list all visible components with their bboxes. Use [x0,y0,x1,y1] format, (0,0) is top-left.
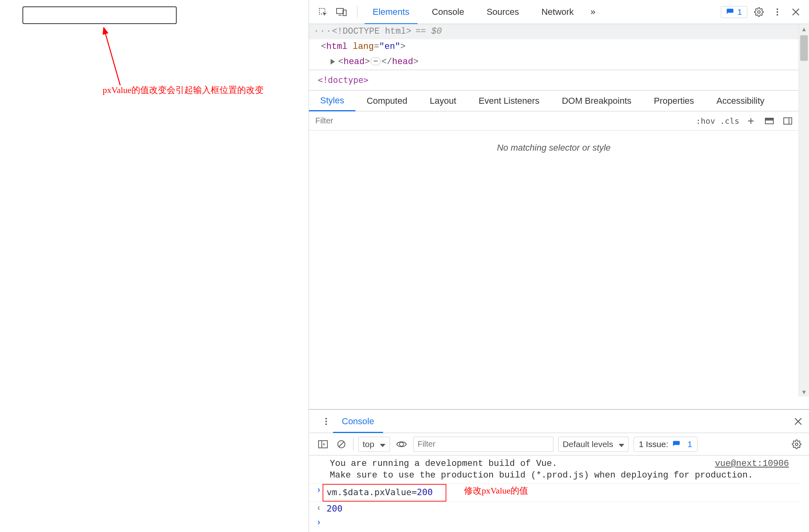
console-drawer: Console top Default l [309,409,809,532]
source-link[interactable]: vue@next:10906 [715,459,789,469]
highlighted-command: vm.$data.pxValue=200 [323,484,446,502]
svg-point-6 [777,8,778,10]
tabs-overflow[interactable]: » [585,0,601,24]
issue-count: 1 [688,439,692,449]
svg-rect-22 [319,441,327,448]
scrollbar-up-arrow-icon[interactable]: ▲ [799,24,809,34]
svg-point-7 [777,11,778,13]
svg-line-25 [339,441,344,447]
subtab-dombreakpoints[interactable]: DOM Breakpoints [551,91,643,111]
devtools-tabs: Elements Console Sources Network » [361,0,601,24]
devtools-panel: Elements Console Sources Network » 1 ···… [309,0,809,532]
demo-input-box[interactable] [22,6,177,24]
log-levels-selector[interactable]: Default levels [558,437,629,452]
subtab-properties[interactable]: Properties [643,91,705,111]
svg-point-18 [325,421,327,422]
tab-console[interactable]: Console [421,0,476,24]
annotation-modify: 修改pxValue的值 [464,484,528,498]
dropdown-triangle-icon [377,439,385,449]
console-input-row: › vm.$data.pxValue=200 修改pxValue的值 [309,484,801,502]
dom-line-html[interactable]: <html lang="en"> [309,39,799,54]
live-expression-icon[interactable] [395,437,408,451]
vertical-scrollbar[interactable]: ▲ ▼ [799,24,809,397]
close-drawer-icon[interactable] [791,415,805,428]
device-toggle-icon[interactable] [335,5,348,19]
settings-icon[interactable] [752,5,766,19]
separator [357,5,357,19]
dom-line-head[interactable]: <head>⋯</head> [309,54,799,70]
console-filter-input[interactable] [418,439,542,449]
drawer-menu-icon[interactable] [319,415,333,428]
console-settings-icon[interactable] [790,437,803,451]
toggle-sidebar-icon[interactable] [781,114,795,128]
issue-icon [672,440,680,448]
close-devtools-icon[interactable] [789,5,803,19]
console-toolbar: top Default levels 1 Issue: 1 [309,433,809,455]
tab-elements[interactable]: Elements [361,0,421,24]
styles-filter-input[interactable] [309,116,692,125]
console-sidebar-toggle-icon[interactable] [316,437,330,451]
svg-point-5 [758,10,760,13]
console-output-row: ‹ 200 [309,502,801,516]
output-value: 200 [327,502,343,516]
styles-pane: No matching selector or style [309,131,799,409]
new-style-rule-icon[interactable] [744,114,758,128]
clear-console-icon[interactable] [335,437,348,451]
input-caret-icon: › [316,518,327,528]
dom-tree: ···<!DOCTYPE html>== $0 <html lang="en">… [309,24,799,70]
execution-context-selector[interactable]: top [358,437,390,452]
dom-line-doctype[interactable]: ···<!DOCTYPE html>== $0 [309,24,799,39]
svg-rect-15 [784,118,792,124]
svg-point-19 [325,423,327,425]
expand-triangle-icon[interactable] [331,57,338,67]
svg-line-0 [104,29,120,85]
console-filter-box [413,437,553,452]
drawer-tab-console[interactable]: Console [333,410,383,433]
console-issues-badge[interactable]: 1 Issue: 1 [633,437,697,452]
svg-point-26 [399,442,403,446]
cls-toggle[interactable]: .cls [720,116,739,126]
svg-point-27 [795,443,798,445]
collapsed-ellipsis-icon[interactable]: ⋯ [371,57,381,65]
devtools-top-right: 1 [721,5,807,19]
scrollbar-thumb[interactable] [800,35,808,61]
console-prompt[interactable]: › [309,516,801,530]
scrollbar-down-arrow-icon[interactable]: ▼ [799,387,809,397]
styles-filter-actions: :hov .cls [692,114,799,128]
issue-count: 1 [737,7,742,17]
tab-sources[interactable]: Sources [475,0,530,24]
subtab-accessibility[interactable]: Accessibility [705,91,776,111]
annotation-text: pxValue的值改变会引起输入框位置的改变 [103,84,264,96]
devtools-top-bar: Elements Console Sources Network » 1 [309,0,809,24]
subtab-eventlisteners[interactable]: Event Listeners [468,91,551,111]
svg-point-17 [325,418,327,419]
arrow-annotation-icon [100,27,124,87]
page-preview: pxValue的值改变会引起输入框位置的改变 [0,0,309,532]
dom-breadcrumb[interactable]: <!doctype> [309,70,809,91]
console-warning-line2: Make sure to use the production build (*… [309,470,801,481]
breadcrumb-doctype: <!doctype> [318,75,368,85]
computed-styles-icon[interactable] [763,114,776,128]
inspect-icon[interactable] [316,5,330,19]
levels-label: Default levels [563,439,613,449]
tab-network[interactable]: Network [530,0,585,24]
svg-rect-2 [337,8,343,14]
issues-badge[interactable]: 1 [721,6,747,18]
console-drawer-header: Console [309,410,809,433]
issue-icon [726,8,734,16]
console-warning-line1: You are running a development build of V… [309,458,801,470]
svg-rect-14 [765,118,773,120]
console-output: You are running a development build of V… [309,455,809,532]
kebab-menu-icon[interactable] [771,5,784,19]
context-label: top [363,439,374,449]
svg-point-8 [777,14,778,16]
styles-subtabs: Styles Computed Layout Event Listeners D… [309,91,809,111]
no-match-message: No matching selector or style [309,131,799,158]
issue-text: 1 Issue: [639,439,668,449]
hov-toggle[interactable]: :hov [696,116,715,126]
subtab-styles[interactable]: Styles [309,91,355,111]
output-caret-icon: ‹ [316,502,327,516]
subtab-layout[interactable]: Layout [418,91,467,111]
dropdown-triangle-icon [616,439,624,449]
subtab-computed[interactable]: Computed [355,91,419,111]
